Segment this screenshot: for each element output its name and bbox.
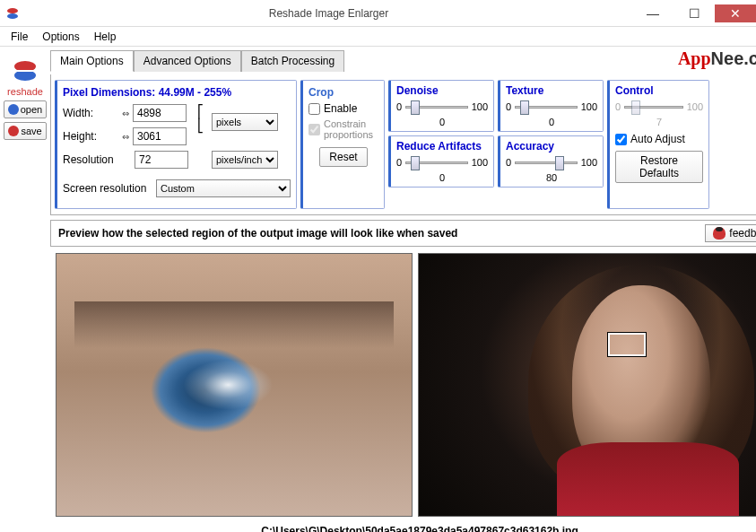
tab-main-options[interactable]: Main Options (50, 50, 134, 72)
reduce-value: 0 (396, 172, 488, 183)
denoise-title: Denoise (396, 84, 488, 97)
unit-select-dims[interactable]: pixels (212, 113, 278, 131)
tab-batch-processing[interactable]: Batch Processing (241, 50, 344, 72)
denoise-value: 0 (396, 117, 488, 127)
denoise-group: Denoise 0 100 0 (388, 80, 494, 132)
control-title: Control (615, 84, 703, 97)
height-input[interactable] (133, 127, 187, 145)
texture-slider[interactable] (515, 99, 578, 115)
close-button[interactable]: ✕ (715, 4, 756, 22)
accuracy-group: Accuracy 0 100 80 (498, 135, 604, 188)
open-icon (8, 104, 19, 115)
preview-output-panel (56, 253, 413, 517)
menu-help[interactable]: Help (87, 29, 124, 45)
reduce-slider[interactable] (405, 154, 468, 170)
reset-button[interactable]: Reset (319, 147, 367, 167)
status-path: C:\Users\G\Desktop\50da5ae1879e3da5a4978… (50, 522, 756, 532)
height-label: Height: (63, 130, 118, 143)
minimize-button[interactable]: — (632, 4, 673, 22)
reduce-artifacts-group: Reduce Artifacts 0 100 0 (388, 135, 494, 188)
constrain-checkbox: Constrain proportions (308, 118, 378, 140)
menu-file[interactable]: File (4, 29, 35, 45)
auto-adjust-checkbox[interactable] (615, 134, 627, 145)
resolution-input[interactable] (135, 151, 188, 169)
control-value: 7 (615, 117, 703, 127)
restore-defaults-button[interactable]: Restore Defaults (615, 151, 703, 183)
svg-point-0 (7, 8, 18, 13)
watermark: AppNee.com (678, 48, 756, 69)
tab-advanced-options[interactable]: Advanced Options (134, 50, 241, 72)
accuracy-title: Accuracy (506, 140, 597, 153)
texture-title: Texture (506, 84, 597, 97)
pixel-dimensions-group: Pixel Dimensions: 44.99M - 255% Width: ⇔… (55, 80, 297, 209)
svg-rect-4 (13, 70, 37, 72)
crop-enable-checkbox[interactable]: Enable (308, 102, 378, 115)
preview-label: Preview how the selected region of the o… (58, 227, 705, 240)
source-image-panel[interactable] (418, 253, 756, 517)
menu-options[interactable]: Options (35, 29, 86, 45)
window-title: Reshade Image Enlarger (25, 7, 632, 20)
feedback-button[interactable]: feedback (705, 224, 756, 242)
link-dimensions-icon[interactable]: ⎡⎣ (192, 104, 208, 133)
crop-group: Crop Enable Constrain proportions Reset (300, 80, 385, 209)
crop-title: Crop (308, 86, 378, 99)
logo-text: reshade (4, 86, 47, 97)
width-label: Width: (63, 107, 118, 119)
maximize-button[interactable]: ☐ (673, 4, 715, 22)
reduce-title: Reduce Artifacts (396, 140, 488, 153)
screen-resolution-label: Screen resolution (63, 182, 152, 195)
screen-resolution-select[interactable]: Custom (156, 179, 291, 197)
open-button[interactable]: open (4, 100, 47, 118)
accuracy-slider[interactable] (515, 154, 578, 170)
texture-value: 0 (506, 117, 597, 127)
width-input[interactable] (133, 104, 187, 122)
svg-point-1 (7, 13, 18, 19)
selection-box[interactable] (608, 333, 646, 356)
save-button[interactable]: save (4, 122, 47, 140)
unit-select-res[interactable]: pixels/inch (212, 151, 278, 169)
accuracy-value: 80 (506, 172, 597, 183)
link-arrow-icon: ⇔ (122, 109, 129, 118)
pixel-dimensions-header: Pixel Dimensions: 44.99M - 255% (63, 86, 291, 99)
control-group: Control 0 100 7 Auto Adjust Restore Defa… (607, 80, 709, 209)
control-slider (624, 99, 683, 115)
link-arrow-icon: ⇔ (122, 132, 129, 142)
save-icon (8, 126, 19, 136)
logo: reshade (4, 57, 47, 97)
bug-icon (713, 227, 726, 240)
denoise-slider[interactable] (405, 99, 468, 115)
texture-group: Texture 0 100 0 (498, 80, 604, 132)
resolution-label: Resolution (63, 153, 118, 166)
app-icon (5, 6, 20, 21)
preview-image (56, 254, 412, 516)
